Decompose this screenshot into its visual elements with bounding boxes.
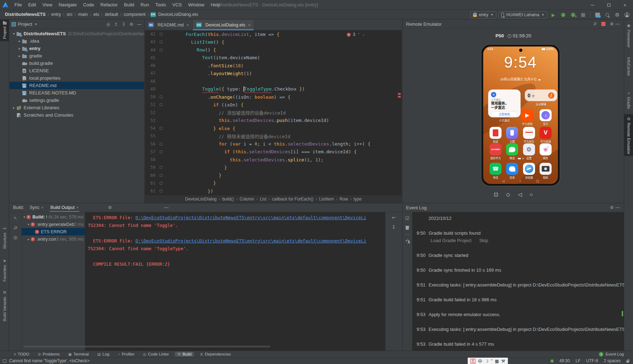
editor-breadcrumb-item[interactable]: Column bbox=[240, 197, 254, 202]
ime-glyph[interactable]: ▦ bbox=[495, 359, 499, 364]
build-tree-item[interactable]: ▾!:entry:generateDebug2 ms bbox=[21, 221, 85, 228]
line-separator[interactable]: LF bbox=[576, 358, 580, 363]
run-config-select[interactable]: entry ▼ bbox=[470, 11, 497, 19]
fold-marker[interactable] bbox=[158, 41, 164, 43]
account-button[interactable] bbox=[623, 11, 631, 19]
filter-icon[interactable]: ◎ bbox=[13, 235, 17, 240]
menu-item-build[interactable]: Build bbox=[121, 2, 137, 7]
close-icon[interactable]: × bbox=[41, 206, 43, 210]
editor-breadcrumb-item[interactable]: DeviceListDialog bbox=[185, 197, 216, 202]
breadcrumb-item[interactable]: component bbox=[123, 12, 146, 17]
log-settings-icon[interactable] bbox=[405, 239, 410, 243]
ime-toolbar[interactable]: 五中☽”▦⚒ bbox=[468, 358, 508, 364]
app-hwvideo[interactable]: ▶华为视频 bbox=[520, 109, 535, 126]
editor-breadcrumb-item[interactable]: Row bbox=[339, 197, 348, 202]
stop-emulator-icon[interactable] bbox=[601, 22, 606, 26]
file-encoding[interactable]: UTF-8 bbox=[586, 358, 598, 363]
app-messages[interactable]: 信息 bbox=[504, 163, 520, 179]
event-log-list[interactable]: 2022/10/129:50Gradle build scripts found… bbox=[412, 212, 624, 351]
chevron-right-icon[interactable]: ▸ bbox=[17, 54, 22, 58]
tool-window-button-problems[interactable]: ⊘Problems bbox=[35, 352, 62, 357]
chevron-right-icon[interactable]: ▸ bbox=[17, 39, 22, 43]
editor-scrollbar[interactable] bbox=[398, 30, 401, 195]
tree-item-build-gradle[interactable]: build.gradle bbox=[10, 60, 144, 67]
caret-position[interactable]: 49:30 bbox=[559, 358, 570, 363]
horizontal-scrollbar[interactable] bbox=[24, 346, 270, 347]
tool-button-infocenter[interactable]: InfoCenter bbox=[624, 55, 633, 78]
editor-breadcrumb-item[interactable]: ListItem bbox=[319, 197, 334, 202]
hide-panel-icon[interactable]: — bbox=[615, 205, 620, 210]
fold-marker[interactable] bbox=[158, 103, 164, 106]
build-tree-item[interactable]: !ETS ERROR bbox=[21, 228, 85, 235]
tool-window-button-todo[interactable]: ≡TODO bbox=[11, 352, 32, 357]
menu-item-view[interactable]: View bbox=[39, 2, 55, 7]
gear-icon[interactable]: ⚙ bbox=[609, 205, 615, 210]
editor-breadcrumb-item[interactable]: List bbox=[260, 197, 266, 202]
fold-marker[interactable] bbox=[158, 150, 164, 153]
ime-glyph[interactable]: ⚒ bbox=[501, 359, 505, 364]
app-vmall[interactable]: V华为商城 bbox=[538, 127, 553, 143]
fold-marker[interactable] bbox=[158, 95, 164, 98]
close-button[interactable]: × bbox=[617, 0, 633, 10]
tree-item-distributenewsets[interactable]: ▾DistributeNewsETSD:\DevEcoStudioProject… bbox=[10, 30, 144, 37]
app-wallet[interactable]: 华为钱包 bbox=[521, 127, 537, 143]
chevron-icon[interactable]: ▸ bbox=[26, 237, 31, 241]
breadcrumb-item[interactable]: src bbox=[66, 12, 73, 17]
file-link[interactable]: D:\DevEcoStudioProjects\DistributeNewsET… bbox=[135, 238, 366, 243]
close-icon[interactable]: × bbox=[76, 206, 79, 210]
app-browser[interactable]: 浏览器 bbox=[521, 163, 537, 179]
breadcrumb-item[interactable]: entry bbox=[50, 12, 62, 17]
ime-glyph[interactable]: ” bbox=[491, 359, 492, 364]
chevron-down-icon[interactable]: ▼ bbox=[34, 23, 37, 26]
app-meetime[interactable]: 畅连 bbox=[504, 143, 520, 160]
event-action-link[interactable]: Load Gradle Project bbox=[431, 238, 472, 243]
close-icon[interactable]: × bbox=[248, 23, 250, 27]
maximize-button[interactable] bbox=[601, 0, 617, 10]
menu-item-run[interactable]: Run bbox=[137, 2, 152, 7]
profile-button[interactable]: $ bbox=[569, 11, 577, 19]
ime-glyph[interactable]: ☽ bbox=[485, 359, 488, 364]
chevron-down-icon[interactable]: ▾ bbox=[12, 32, 16, 36]
tool-window-button-build[interactable]: ⚒Build bbox=[175, 352, 194, 357]
fold-marker[interactable] bbox=[158, 182, 164, 185]
project-structure-button[interactable] bbox=[594, 11, 601, 19]
app-themes[interactable]: 主题 bbox=[504, 127, 520, 143]
event-action-link[interactable]: Skip bbox=[479, 238, 488, 243]
ime-glyph[interactable]: 五 bbox=[471, 359, 475, 364]
menu-item-code[interactable]: Code bbox=[80, 2, 97, 7]
hide-panel-icon[interactable]: — bbox=[136, 22, 142, 27]
search-everywhere-button[interactable] bbox=[603, 11, 611, 19]
breadcrumb-item[interactable]: DeviceListDialog.ets bbox=[158, 12, 199, 17]
tool-window-button-code-linter[interactable]: ◎Code Linter bbox=[141, 352, 172, 357]
menu-item-edit[interactable]: Edit bbox=[25, 2, 39, 7]
nav-back-icon[interactable]: ◁ bbox=[502, 179, 505, 183]
fold-marker[interactable] bbox=[158, 127, 164, 130]
gear-icon[interactable]: ⚙ bbox=[609, 21, 615, 26]
locate-file-icon[interactable]: ◎ bbox=[105, 22, 111, 27]
menu-item-refactor[interactable]: Refactor bbox=[97, 2, 121, 7]
tree-item-settings-gradle[interactable]: settings.gradle bbox=[10, 97, 144, 104]
fold-marker[interactable] bbox=[158, 33, 164, 36]
chevron-icon[interactable]: ▾ bbox=[22, 215, 26, 219]
close-icon[interactable]: × bbox=[186, 23, 189, 27]
build-tab-sync[interactable]: Sync× bbox=[29, 204, 44, 211]
menu-item-tools[interactable]: Tools bbox=[152, 2, 169, 7]
ime-glyph[interactable]: 中 bbox=[478, 358, 482, 364]
fold-marker[interactable] bbox=[158, 49, 164, 51]
tool-button-gradle[interactable]: ◖ Gradle bbox=[624, 89, 633, 111]
tree-item-gradle[interactable]: ▸gradle bbox=[10, 52, 144, 60]
back-icon[interactable]: ◁ bbox=[518, 191, 522, 198]
breadcrumb-item[interactable]: main bbox=[78, 12, 88, 17]
scroll-to-end-icon[interactable]: ↧ bbox=[392, 224, 396, 230]
minimize-button[interactable] bbox=[584, 0, 601, 10]
pin-icon[interactable]: ⚲ bbox=[12, 225, 18, 231]
tool-button-previewer[interactable]: ◉ Previewer bbox=[624, 21, 633, 50]
fold-marker[interactable] bbox=[158, 190, 164, 192]
lock-icon[interactable] bbox=[626, 359, 629, 363]
fold-marker[interactable] bbox=[158, 174, 164, 177]
soft-wrap-icon[interactable]: ↩ bbox=[392, 215, 396, 220]
steps-widget[interactable]: 0 步 ʃ bbox=[525, 90, 557, 101]
tool-button-build-variants[interactable]: ⚒ Build Variants bbox=[0, 288, 9, 323]
tree-item-readme-md[interactable]: README.md bbox=[10, 82, 144, 89]
phone-screen[interactable]: 9:54 100% 9:54 10月12日星期三 九月十七 ☁ ≋ 小艺建议 常… bbox=[483, 47, 558, 184]
